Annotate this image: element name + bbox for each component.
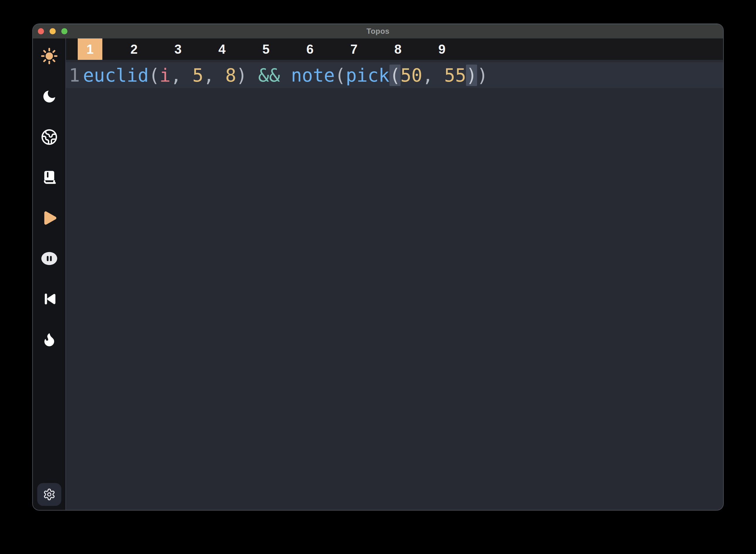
tab-2[interactable]: 2 (122, 39, 146, 60)
tab-1-active[interactable]: 1 (78, 39, 102, 60)
skip-back-icon[interactable] (40, 291, 58, 307)
code-token: , (203, 64, 226, 86)
main-area: 123456789 1 euclid(i, 5, 8) && note(pick… (66, 39, 723, 510)
settings-button[interactable] (37, 483, 61, 506)
tab-6[interactable]: 6 (298, 39, 322, 60)
editor-active-line[interactable]: 1 euclid(i, 5, 8) && note(pick(50, 55)) (66, 62, 723, 88)
tab-9[interactable]: 9 (430, 39, 454, 60)
code-token: ) (236, 64, 258, 86)
app-window: Topos 123456789 1 euclid(i, 5, 8) && not… (33, 24, 723, 510)
pause-icon[interactable] (40, 250, 58, 267)
code-token (280, 64, 291, 86)
moon-icon[interactable] (40, 88, 58, 105)
titlebar: Topos (33, 24, 723, 39)
tab-5[interactable]: 5 (254, 39, 278, 60)
code-token: && (258, 64, 280, 86)
code-token: , (171, 64, 193, 86)
sun-icon[interactable] (40, 48, 58, 64)
tab-3[interactable]: 3 (166, 39, 190, 60)
code-token: 55 (444, 64, 466, 86)
code-token: 5 (192, 64, 203, 86)
sidebar (33, 39, 66, 510)
book-icon[interactable] (40, 169, 58, 186)
code-token: i (160, 64, 170, 86)
tab-4[interactable]: 4 (210, 39, 234, 60)
code-editor[interactable]: 1 euclid(i, 5, 8) && note(pick(50, 55)) (66, 60, 723, 510)
flame-icon[interactable] (40, 331, 58, 348)
window-body: 123456789 1 euclid(i, 5, 8) && note(pick… (33, 39, 723, 510)
code-token: pick (346, 64, 389, 86)
window-title: Topos (33, 27, 723, 36)
code-token: , (422, 64, 444, 86)
matched-bracket: ( (389, 64, 400, 86)
code-token: ( (335, 64, 346, 86)
line-number: 1 (66, 64, 83, 86)
code-token: ( (149, 64, 160, 86)
code-token: ) (477, 64, 488, 86)
play-icon[interactable] (40, 210, 58, 226)
tab-7[interactable]: 7 (341, 39, 366, 60)
tab-8[interactable]: 8 (386, 39, 410, 60)
code-line-content[interactable]: euclid(i, 5, 8) && note(pick(50, 55)) (83, 64, 723, 86)
code-token: euclid (83, 64, 149, 86)
code-token: note (291, 64, 334, 86)
tab-bar: 123456789 (66, 39, 723, 60)
globe-icon[interactable] (40, 129, 58, 145)
code-token: 8 (225, 64, 236, 86)
code-token: 50 (400, 64, 423, 86)
matched-bracket: ) (466, 64, 477, 86)
